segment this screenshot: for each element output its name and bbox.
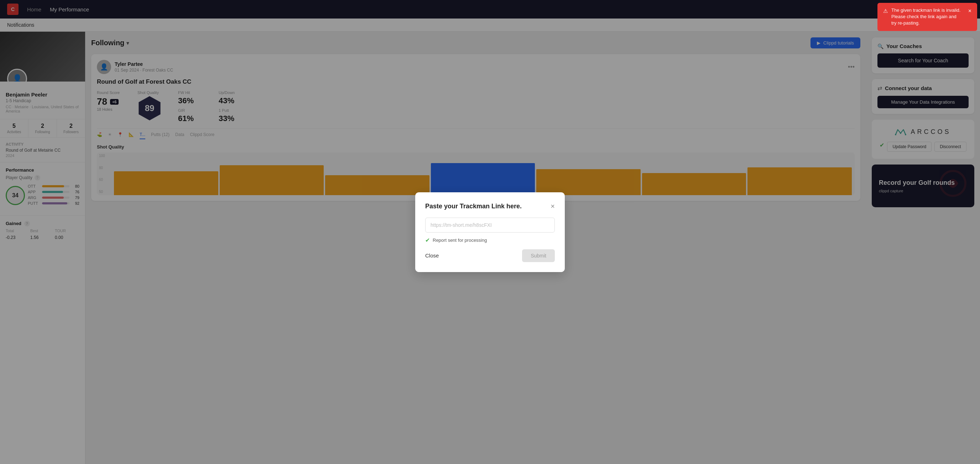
error-close-icon[interactable]: × (968, 7, 972, 15)
modal-success-message: ✔ Report sent for processing (425, 237, 555, 243)
modal-title: Paste your Trackman Link here. (425, 203, 522, 210)
error-message: The given trackman link is invalid. Plea… (891, 7, 962, 27)
success-check-icon: ✔ (425, 237, 430, 243)
success-text: Report sent for processing (433, 238, 487, 243)
error-banner: ⚠ The given trackman link is invalid. Pl… (877, 3, 977, 31)
modal-header: Paste your Trackman Link here. × (425, 202, 555, 210)
modal-close-icon[interactable]: × (550, 202, 555, 210)
modal-close-button[interactable]: Close (425, 253, 439, 259)
trackman-link-input[interactable] (425, 218, 555, 232)
warning-icon: ⚠ (883, 7, 888, 14)
modal-overlay[interactable]: Paste your Trackman Link here. × ✔ Repor… (0, 0, 980, 464)
trackman-modal: Paste your Trackman Link here. × ✔ Repor… (415, 192, 565, 272)
modal-submit-button[interactable]: Submit (522, 249, 555, 262)
modal-footer: Close Submit (425, 249, 555, 262)
